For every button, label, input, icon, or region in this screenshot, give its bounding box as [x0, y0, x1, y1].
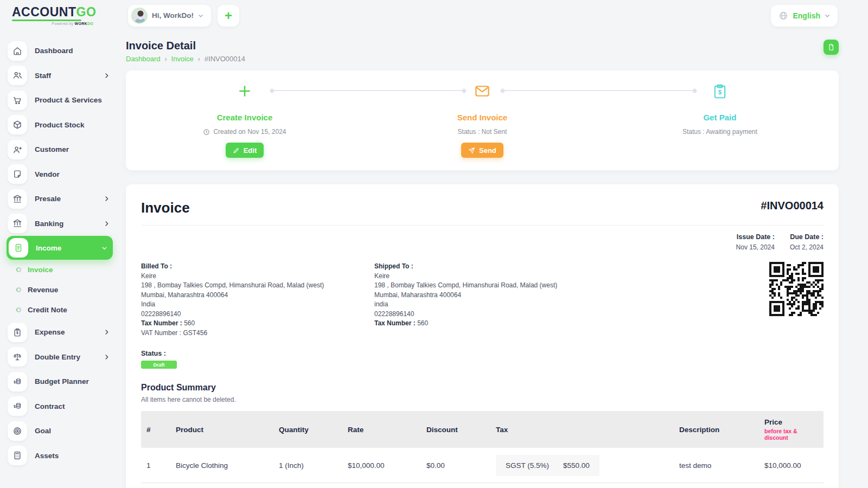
invoice-heading: Invoice [141, 200, 190, 216]
page-title: Invoice Detail [126, 40, 245, 52]
invoice-progress-card: Create Invoice Created on Nov 15, 2024 E… [126, 70, 839, 170]
coins-icon: $ [8, 372, 27, 391]
breadcrumb-separator: › [165, 55, 167, 63]
table-total-row: Total 1 $10,000.00 $0.00 $550.00 [141, 483, 824, 488]
step-connector [502, 90, 695, 91]
language-selector[interactable]: English [771, 5, 838, 27]
paid-status-text: Status : Awaiting payment [682, 128, 757, 136]
sidebar-item-contract[interactable]: $ Contract [0, 394, 119, 419]
table-header-row: # Product Quantity Rate Discount Tax Des… [141, 411, 824, 448]
sidebar-item-dashboard[interactable]: Dashboard [0, 38, 119, 63]
language-label: English [793, 11, 820, 20]
product-table: # Product Quantity Rate Discount Tax Des… [141, 411, 824, 488]
scales-icon [8, 347, 27, 367]
brand-name: ACCOUNTGO [12, 6, 119, 18]
price-note: before tax & discount [764, 428, 818, 441]
brand-logo[interactable]: ACCOUNTGO Powered by WORKDO [0, 6, 119, 25]
sidebar: Dashboard Staff Product & Services Produ… [0, 31, 119, 488]
home-icon [8, 41, 27, 61]
breadcrumb-separator: › [198, 55, 200, 63]
plus-icon [238, 84, 252, 99]
coins-icon: $ [8, 396, 27, 416]
step-create-invoice: Create Invoice Created on Nov 15, 2024 E… [126, 70, 363, 170]
invoice-number: #INVO00014 [761, 200, 824, 212]
sidebar-item-expense[interactable]: $ Expense [0, 320, 119, 345]
sidebar-item-budget-planner[interactable]: $ Budget Planner [0, 369, 119, 394]
chevron-right-icon [104, 221, 110, 227]
clock-icon [203, 129, 210, 136]
tax-detail-box: SGST (5.5%) $550.00 [496, 455, 599, 476]
breadcrumb: Dashboard › Invoice › #INVO00014 [126, 55, 245, 63]
sidebar-subitem-revenue[interactable]: Revenue [0, 280, 119, 300]
chevron-right-icon [104, 329, 110, 335]
breadcrumb-current: #INVO00014 [205, 55, 245, 63]
user-greeting: Hi, WorkDo! [152, 11, 194, 20]
user-menu-button[interactable]: Hi, WorkDo! [128, 5, 211, 27]
sidebar-item-double-entry[interactable]: Double Entry [0, 345, 119, 370]
sidebar-item-customer[interactable]: Customer [0, 137, 119, 162]
target-icon [8, 421, 27, 441]
billed-to-block: Billed To : Keire 198 , Bombay Talkies C… [141, 262, 374, 338]
step-connector [272, 90, 464, 91]
users-icon [8, 66, 27, 85]
chevron-right-icon [104, 196, 110, 202]
chevron-down-icon [198, 13, 203, 18]
sidebar-item-income[interactable]: Income [7, 236, 113, 260]
chevron-right-icon [104, 73, 110, 79]
product-summary-note: All items here cannot be deleted. [141, 396, 824, 403]
main-content: Invoice Detail Dashboard › Invoice › #IN… [119, 31, 868, 488]
sidebar-subitem-invoice[interactable]: Invoice [0, 260, 119, 280]
svg-text:$: $ [14, 404, 16, 409]
sidebar-item-assets[interactable]: Assets [0, 444, 119, 468]
clipboard-dollar-icon: $ [713, 84, 726, 99]
due-date: Due Date : Oct 2, 2024 [790, 233, 824, 251]
sidebar-subitem-credit-note[interactable]: Credit Note [0, 300, 119, 320]
file-icon [827, 43, 835, 51]
sidebar-item-product-stock[interactable]: Product Stock [0, 113, 119, 138]
status-block: Status : Draft [141, 350, 824, 369]
invoice-icon [9, 238, 28, 258]
breadcrumb-invoice[interactable]: Invoice [171, 55, 194, 63]
issue-date: Issue Date : Nov 15, 2024 [736, 233, 775, 251]
clipboard-dollar-icon: $ [8, 323, 27, 342]
bank-icon [8, 189, 27, 209]
sidebar-item-banking[interactable]: Banking [0, 211, 119, 236]
breadcrumb-dashboard[interactable]: Dashboard [126, 55, 161, 63]
calculator-icon [8, 446, 27, 465]
send-status-text: Status : Not Sent [458, 128, 507, 136]
svg-text:$: $ [16, 331, 18, 335]
bullet-icon [16, 287, 21, 292]
user-avatar [131, 8, 148, 24]
bullet-icon [16, 307, 21, 312]
sidebar-item-presale[interactable]: Presale [0, 187, 119, 211]
topbar: ACCOUNTGO Powered by WORKDO Hi, WorkDo! … [0, 0, 868, 31]
sidebar-item-vendor[interactable]: Vendor [0, 162, 119, 187]
globe-icon [778, 11, 788, 21]
box-icon [8, 115, 27, 134]
sidebar-item-goal[interactable]: Goal [0, 419, 119, 444]
envelope-icon [475, 84, 490, 99]
brand-powered-by: Powered by WORKDO [12, 22, 93, 25]
cart-icon [8, 91, 27, 110]
invoice-qr-code [769, 262, 824, 316]
svg-text:$: $ [14, 380, 16, 384]
edit-invoice-button[interactable]: Edit [226, 143, 264, 158]
send-invoice-button[interactable]: Send [461, 143, 503, 158]
product-summary-title: Product Summary [141, 383, 824, 393]
pencil-icon [233, 147, 240, 154]
sidebar-item-product-services[interactable]: Product & Services [0, 88, 119, 113]
chevron-down-icon [825, 13, 830, 18]
quick-add-button[interactable]: + [218, 5, 239, 27]
svg-text:$: $ [718, 88, 722, 95]
duplicate-invoice-button[interactable] [824, 40, 839, 55]
shipped-to-block: Shipped To : Keire 198 , Bombay Talkies … [374, 262, 608, 338]
step-get-paid: $ Get Paid Status : Awaiting payment [601, 70, 839, 170]
user-plus-icon [8, 140, 27, 159]
bullet-icon [16, 267, 21, 272]
created-on-text: Created on Nov 15, 2024 [213, 128, 286, 136]
divider [141, 225, 824, 226]
chevron-right-icon [104, 354, 110, 360]
table-row: 1 Bicycle Clothing 1 (Inch) $10,000.00 $… [141, 448, 824, 483]
sidebar-item-staff[interactable]: Staff [0, 63, 119, 88]
invoice-detail-card: Invoice #INVO00014 Issue Date : Nov 15, … [126, 184, 839, 488]
